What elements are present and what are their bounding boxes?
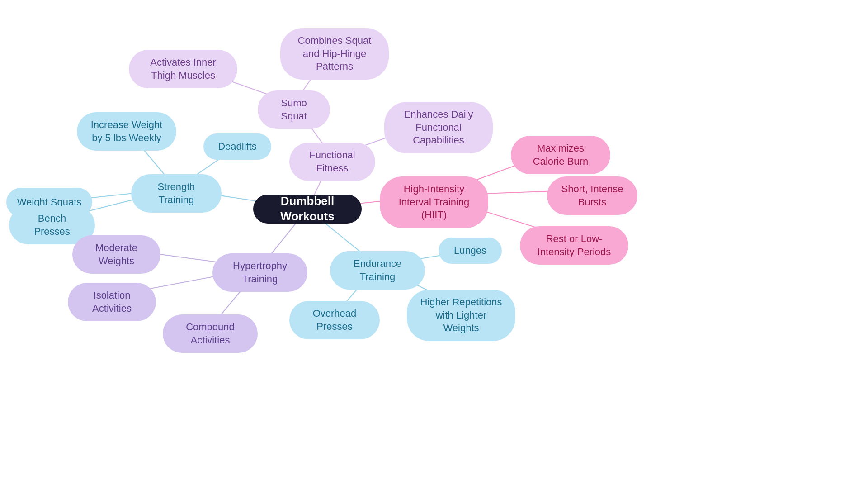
- maximizes-node: Maximizes Calorie Burn: [511, 136, 610, 174]
- lunges-node: Lunges: [439, 238, 502, 264]
- short-intense-node: Short, Intense Bursts: [547, 176, 637, 215]
- endurance-node: Endurance Training: [330, 251, 425, 290]
- overhead-node: Overhead Presses: [289, 301, 380, 339]
- hiit-node: High-Intensity Interval Training (HIIT): [380, 176, 488, 228]
- enhances-node: Enhances Daily Functional Capabilities: [384, 102, 493, 153]
- hypertrophy-node: Hypertrophy Training: [212, 253, 307, 292]
- compound-node: Compound Activities: [163, 314, 258, 353]
- sumo-squat-node: Sumo Squat: [258, 90, 330, 129]
- center-node: Dumbbell Workouts: [253, 195, 362, 224]
- higher-reps-node: Higher Repetitions with Lighter Weights: [407, 290, 515, 341]
- activates-node: Activates Inner Thigh Muscles: [129, 50, 237, 88]
- deadlifts-node: Deadlifts: [203, 133, 271, 160]
- strength-node: Strength Training: [131, 174, 222, 213]
- functional-node: Functional Fitness: [289, 143, 375, 181]
- increase-weight-node: Increase Weight by 5 lbs Weekly: [77, 112, 176, 151]
- combines-node: Combines Squat and Hip-Hinge Patterns: [280, 28, 389, 80]
- rest-periods-node: Rest or Low-Intensity Periods: [520, 226, 628, 265]
- moderate-weights-node: Moderate Weights: [72, 235, 160, 274]
- isolation-node: Isolation Activities: [68, 283, 156, 321]
